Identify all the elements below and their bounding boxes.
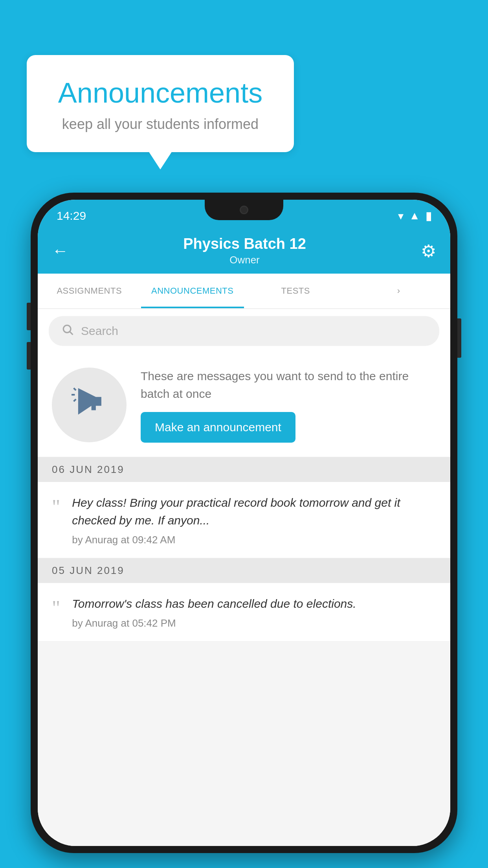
svg-line-2: [74, 388, 76, 390]
date-divider-2: 05 JUN 2019: [38, 558, 450, 583]
announcement-text-1: Hey class! Bring your practical record b…: [72, 494, 436, 529]
tab-announcements[interactable]: ANNOUNCEMENTS: [141, 274, 244, 308]
svg-point-0: [63, 325, 71, 333]
status-time: 14:29: [57, 209, 86, 223]
announcement-item-2: " Tomorrow's class has been cancelled du…: [38, 583, 450, 642]
search-placeholder: Search: [81, 324, 118, 338]
status-icons: ▾ ▲ ▮: [398, 210, 431, 223]
app-bar-subtitle: Owner: [68, 254, 421, 266]
tab-tests[interactable]: TESTS: [244, 274, 347, 308]
back-button[interactable]: ←: [52, 241, 68, 260]
promo-description: These are messages you want to send to t…: [141, 367, 436, 403]
search-box[interactable]: Search: [49, 316, 439, 346]
announcement-item-1: " Hey class! Bring your practical record…: [38, 482, 450, 558]
megaphone-icon: [72, 384, 107, 427]
svg-line-4: [74, 399, 76, 401]
quote-icon-2: ": [52, 598, 60, 618]
announcement-content-1: Hey class! Bring your practical record b…: [72, 494, 436, 546]
power-button: [457, 318, 461, 358]
volume-down-button: [27, 342, 31, 370]
announcement-meta-1: by Anurag at 09:42 AM: [72, 534, 436, 546]
tabs-bar: ASSIGNMENTS ANNOUNCEMENTS TESTS ›: [38, 274, 450, 309]
tab-assignments[interactable]: ASSIGNMENTS: [38, 274, 141, 308]
announcement-promo: These are messages you want to send to t…: [38, 353, 450, 457]
speech-bubble: Announcements keep all your students inf…: [27, 55, 294, 152]
phone-notch: [205, 200, 283, 220]
app-bar-title-section: Physics Batch 12 Owner: [68, 235, 421, 266]
app-bar: ← Physics Batch 12 Owner ⚙: [38, 228, 450, 274]
search-container: Search: [38, 309, 450, 353]
battery-icon: ▮: [426, 210, 431, 223]
screen-content: 14:29 ▾ ▲ ▮ ← Physics Batch 12 Owner ⚙: [38, 200, 450, 846]
promo-content: These are messages you want to send to t…: [141, 367, 436, 443]
announcement-content-2: Tomorrow's class has been cancelled due …: [72, 595, 436, 629]
content-area: Search: [38, 309, 450, 846]
phone-mockup: 14:29 ▾ ▲ ▮ ← Physics Batch 12 Owner ⚙: [31, 193, 457, 853]
wifi-icon: ▾: [398, 210, 404, 223]
app-bar-title: Physics Batch 12: [68, 235, 421, 252]
speech-bubble-title: Announcements: [50, 77, 270, 109]
phone-screen: 14:29 ▾ ▲ ▮ ← Physics Batch 12 Owner ⚙: [38, 200, 450, 846]
promo-icon-circle: [52, 368, 127, 442]
announcement-text-2: Tomorrow's class has been cancelled due …: [72, 595, 436, 612]
signal-icon: ▲: [409, 210, 420, 222]
speech-bubble-section: Announcements keep all your students inf…: [27, 55, 294, 152]
phone-camera: [240, 206, 248, 214]
date-divider-1: 06 JUN 2019: [38, 457, 450, 482]
tab-more[interactable]: ›: [347, 274, 451, 308]
announcement-meta-2: by Anurag at 05:42 PM: [72, 617, 436, 629]
make-announcement-button[interactable]: Make an announcement: [141, 412, 295, 443]
settings-button[interactable]: ⚙: [421, 241, 436, 261]
svg-line-1: [70, 332, 73, 335]
volume-up-button: [27, 303, 31, 330]
speech-bubble-subtitle: keep all your students informed: [50, 116, 270, 132]
phone-outer: 14:29 ▾ ▲ ▮ ← Physics Batch 12 Owner ⚙: [31, 193, 457, 853]
quote-icon-1: ": [52, 497, 60, 517]
search-icon: [61, 323, 74, 339]
